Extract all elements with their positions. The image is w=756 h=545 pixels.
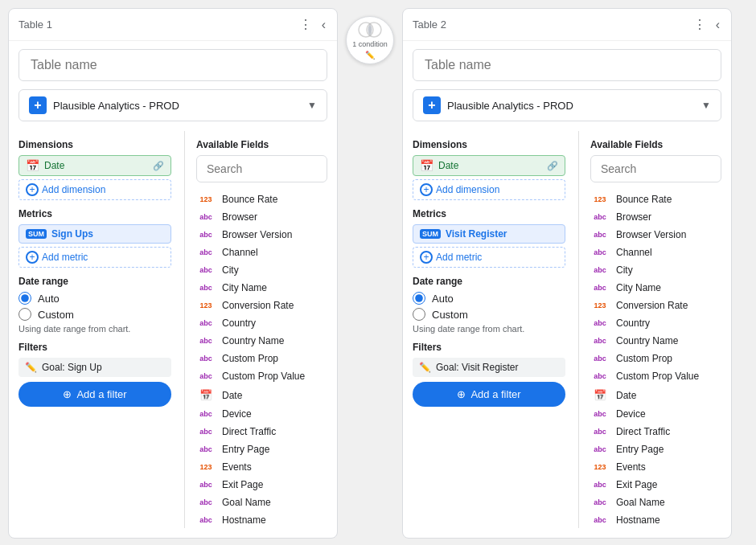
table2-custom-radio[interactable] <box>413 308 425 321</box>
list-item[interactable]: 📅Date <box>196 385 327 405</box>
list-item[interactable]: abcExit Page <box>590 476 721 494</box>
list-item[interactable]: 📅Date <box>590 385 721 405</box>
table1-header: Table 1 ⋮ ‹ <box>9 9 337 41</box>
list-item[interactable]: 123Conversion Rate <box>590 297 721 314</box>
table1-ds-arrow: ▼ <box>307 100 317 111</box>
list-item[interactable]: abcCity <box>196 261 327 279</box>
list-item[interactable]: abcDevice <box>196 405 327 423</box>
list-item[interactable]: abcCity Name <box>196 279 327 297</box>
list-item[interactable]: abcCustom Prop <box>196 350 327 367</box>
list-item[interactable]: 123Bounce Rate <box>196 191 327 208</box>
condition-bubble[interactable]: 1 condition ✏️ <box>346 16 394 64</box>
table2-name-input[interactable] <box>413 49 721 81</box>
field-type-badge: abc <box>196 515 216 525</box>
list-item[interactable]: abcCountry Name <box>590 332 721 350</box>
list-item[interactable]: abcCity <box>590 261 721 279</box>
table1-collapse-icon[interactable]: ‹ <box>320 16 327 34</box>
list-item[interactable]: abcCity Name <box>590 279 721 297</box>
table2-custom-radio-row[interactable]: Custom <box>413 308 565 321</box>
table2-metric-visit[interactable]: SUM Visit Register <box>413 224 565 244</box>
list-item[interactable]: abcGoal Name <box>590 494 721 511</box>
table1-auto-radio-row[interactable]: Auto <box>18 292 171 305</box>
list-item[interactable]: abcCountry <box>590 314 721 332</box>
list-item[interactable]: abcExit Page <box>196 476 327 494</box>
list-item[interactable]: abcCountry Name <box>196 332 327 350</box>
table1-datasource-left: + Plausible Analytics - PROD <box>29 96 179 114</box>
list-item[interactable]: abcBrowser <box>196 208 327 226</box>
table1-metric-signups[interactable]: SUM Sign Ups <box>18 224 171 244</box>
field-type-badge: abc <box>196 336 216 346</box>
field-name: Bounce Rate <box>616 194 672 205</box>
field-name: Browser Version <box>222 229 292 240</box>
table2-menu-icon[interactable]: ⋮ <box>692 15 708 34</box>
table2-add-dim-plus: + <box>420 183 433 196</box>
list-item[interactable]: abcBrowser Version <box>590 226 721 244</box>
list-item[interactable]: 123Bounce Rate <box>590 191 721 208</box>
table1-add-dimension-btn[interactable]: + Add dimension <box>18 179 171 200</box>
list-item[interactable]: abcCustom Prop <box>590 350 721 367</box>
table1-filter-goal[interactable]: ✏️ Goal: Sign Up <box>18 358 171 377</box>
table1-add-filter-plus-icon: ⊕ <box>63 388 72 400</box>
calendar-icon: 📅 <box>26 159 39 172</box>
field-name: City Name <box>222 282 267 293</box>
list-item[interactable]: abcChannel <box>196 244 327 261</box>
list-item[interactable]: 123Events <box>590 458 721 476</box>
list-item[interactable]: abcDevice <box>590 405 721 423</box>
list-item[interactable]: abcGoal Name <box>196 494 327 511</box>
field-type-badge: abc <box>196 248 216 257</box>
list-item[interactable]: abcBrowser <box>590 208 721 226</box>
table1-search-input[interactable] <box>196 155 327 182</box>
table2-pencil-icon: ✏️ <box>419 362 431 373</box>
list-item[interactable]: abcBrowser Version <box>196 226 327 244</box>
field-name: Events <box>616 461 646 473</box>
table1-add-metric-label: Add metric <box>42 252 88 263</box>
table1-daterange-title: Date range <box>18 276 171 287</box>
table2-datasource[interactable]: + Plausible Analytics - PROD ▼ <box>413 89 721 121</box>
table1-date-link-icon: 🔗 <box>153 161 164 171</box>
list-item[interactable]: abcCustom Prop Value <box>196 367 327 385</box>
field-type-badge: abc <box>590 265 610 275</box>
table1-menu-icon[interactable]: ⋮ <box>298 15 314 34</box>
field-type-badge: abc <box>590 498 610 507</box>
table1-auto-radio[interactable] <box>18 292 31 305</box>
table1-custom-radio-row[interactable]: Custom <box>18 308 171 321</box>
table2-collapse-icon[interactable]: ‹ <box>714 16 721 34</box>
table1-name-input[interactable] <box>18 49 327 81</box>
list-item[interactable]: 123Conversion Rate <box>196 297 327 314</box>
field-type-badge: 123 <box>590 301 610 310</box>
list-item[interactable]: abcHostname <box>590 511 721 528</box>
list-item[interactable]: abcCustom Prop Value <box>590 367 721 385</box>
table2-search-input[interactable] <box>590 155 721 182</box>
table1-custom-radio[interactable] <box>18 308 31 321</box>
field-name: Events <box>222 461 252 473</box>
table2-ds-name: Plausible Analytics - PROD <box>447 100 573 112</box>
list-item[interactable]: abcCountry <box>196 314 327 332</box>
list-item[interactable]: abcDirect Traffic <box>196 423 327 441</box>
field-type-badge: 📅 <box>196 388 216 402</box>
list-item[interactable]: abcChannel <box>590 244 721 261</box>
list-item[interactable]: abcHostname <box>196 511 327 528</box>
table2-left-col: Dimensions 📅 Date 🔗 + Add dimension Metr… <box>413 131 565 528</box>
field-type-badge: 123 <box>196 301 216 310</box>
table1-add-metric-btn[interactable]: + Add metric <box>18 247 171 268</box>
field-name: Country <box>222 318 256 329</box>
table2-add-filter-btn[interactable]: ⊕ Add a filter <box>413 382 565 407</box>
table2-add-dimension-btn[interactable]: + Add dimension <box>413 179 565 200</box>
list-item[interactable]: abcEntry Page <box>590 441 721 458</box>
table1-add-filter-btn[interactable]: ⊕ Add a filter <box>18 382 171 407</box>
list-item[interactable]: abcEntry Page <box>196 441 327 458</box>
list-item[interactable]: 123Events <box>196 458 327 476</box>
list-item[interactable]: abcDirect Traffic <box>590 423 721 441</box>
table1-custom-label: Custom <box>38 309 74 321</box>
table2-auto-radio-row[interactable]: Auto <box>413 292 565 305</box>
table1-left-col: Dimensions 📅 Date 🔗 + Add dimension Metr… <box>18 131 171 528</box>
table2-add-metric-btn[interactable]: + Add metric <box>413 247 565 268</box>
field-name: Custom Prop Value <box>222 371 305 382</box>
table2-filter-goal[interactable]: ✏️ Goal: Visit Register <box>413 358 565 377</box>
table2-dimension-date[interactable]: 📅 Date 🔗 <box>413 155 565 176</box>
table1-dimension-date[interactable]: 📅 Date 🔗 <box>18 155 171 176</box>
table2-auto-radio[interactable] <box>413 292 425 305</box>
table1-add-filter-label: Add a filter <box>76 388 126 400</box>
table1-datasource[interactable]: + Plausible Analytics - PROD ▼ <box>18 89 327 121</box>
field-type-badge: 📅 <box>590 388 610 402</box>
